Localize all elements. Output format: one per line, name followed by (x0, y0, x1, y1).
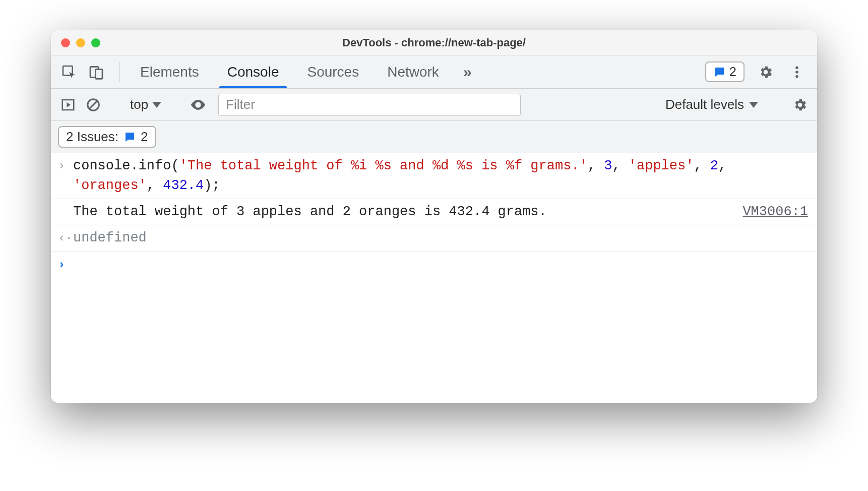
console-settings-gear-icon[interactable] (790, 95, 810, 115)
token-num: 3 (604, 158, 612, 173)
tabs-row: ElementsConsoleSourcesNetwork » 2 (51, 55, 817, 89)
console-toolbar: top Default levels (51, 89, 817, 121)
issues-icon (713, 66, 725, 78)
token-str: 'The total weight of %i %s and %d %s is … (179, 158, 588, 173)
more-tabs-button[interactable]: » (453, 55, 482, 88)
console-return-value: undefined (73, 228, 808, 248)
issues-badge[interactable]: 2 (705, 62, 745, 82)
toggle-sidebar-icon[interactable] (58, 95, 78, 115)
tab-label: Elements (140, 64, 199, 80)
source-link[interactable]: VM3006:1 (732, 202, 808, 222)
token-punc: , (147, 178, 163, 193)
token-punc: . (130, 158, 138, 173)
levels-label: Default levels (665, 97, 744, 112)
zoom-window-button[interactable] (91, 38, 100, 47)
more-tabs-label: » (463, 64, 472, 81)
issues-count: 2 (729, 64, 736, 80)
tab-label: Network (387, 64, 439, 80)
token-punc: , (588, 158, 604, 173)
settings-gear-icon[interactable] (756, 62, 776, 82)
issues-icon (123, 131, 136, 143)
filter-input[interactable] (218, 94, 521, 116)
svg-point-4 (795, 71, 798, 74)
traffic-lights (51, 38, 100, 47)
tab-label: Console (227, 64, 279, 80)
token-obj: console (73, 158, 130, 173)
console-output-text: The total weight of 3 apples and 2 orang… (73, 202, 732, 222)
minimize-window-button[interactable] (76, 38, 85, 47)
token-punc: , (718, 158, 734, 173)
svg-point-5 (795, 75, 798, 78)
token-obj: info (139, 158, 171, 173)
chevron-down-icon (152, 102, 161, 108)
return-chevron-icon: ‹· (58, 228, 73, 248)
tabs: ElementsConsoleSourcesNetwork (126, 55, 453, 88)
console-empty-space (51, 277, 817, 403)
token-punc: , (694, 158, 710, 173)
console-body: › console.info('The total weight of %i %… (51, 153, 817, 403)
token-punc: ( (171, 158, 179, 173)
live-expression-eye-icon[interactable] (188, 95, 208, 115)
tab-elements[interactable]: Elements (126, 55, 213, 88)
clear-console-icon[interactable] (83, 95, 103, 115)
kebab-menu-icon[interactable] (787, 62, 807, 82)
console-output-row: The total weight of 3 apples and 2 orang… (51, 199, 817, 225)
inspect-element-icon[interactable] (61, 64, 77, 80)
chevron-down-icon (749, 102, 758, 108)
tab-network[interactable]: Network (373, 55, 453, 88)
svg-rect-2 (96, 69, 102, 79)
context-selector[interactable]: top (126, 97, 165, 112)
token-str: 'apples' (629, 158, 694, 173)
window-title: DevTools - chrome://new-tab-page/ (51, 36, 817, 49)
divider (119, 62, 120, 82)
console-return-row: ‹· undefined (51, 225, 817, 252)
svg-line-8 (90, 101, 97, 108)
titlebar: DevTools - chrome://new-tab-page/ (51, 30, 817, 55)
tab-sources[interactable]: Sources (293, 55, 373, 88)
issues-bar: 2 Issues: 2 (51, 121, 817, 153)
token-punc: , (612, 158, 628, 173)
token-num: 2 (710, 158, 718, 173)
tab-label: Sources (307, 64, 359, 80)
inspect-tools (58, 55, 113, 88)
context-label: top (130, 97, 148, 112)
tabs-right: 2 (705, 55, 810, 88)
device-toggle-icon[interactable] (88, 64, 104, 80)
issues-chip-count: 2 (141, 129, 148, 145)
close-window-button[interactable] (61, 38, 70, 47)
console-command[interactable]: console.info('The total weight of %i %s … (73, 156, 808, 196)
input-chevron-icon: › (58, 156, 73, 175)
console-prompt-row[interactable]: › (51, 252, 817, 277)
svg-point-3 (795, 66, 798, 69)
token-str: 'oranges' (73, 178, 147, 193)
issues-label: 2 Issues: (66, 129, 118, 145)
tab-console[interactable]: Console (213, 55, 293, 88)
devtools-window: DevTools - chrome://new-tab-page/ Elemen… (51, 30, 817, 403)
token-num: 432.4 (163, 178, 204, 193)
token-punc: ); (204, 178, 220, 193)
console-input-row: › console.info('The total weight of %i %… (51, 153, 817, 199)
output-gutter (58, 202, 73, 204)
log-levels-selector[interactable]: Default levels (665, 97, 758, 112)
prompt-chevron-icon: › (58, 255, 73, 274)
issues-chip[interactable]: 2 Issues: 2 (58, 126, 156, 148)
